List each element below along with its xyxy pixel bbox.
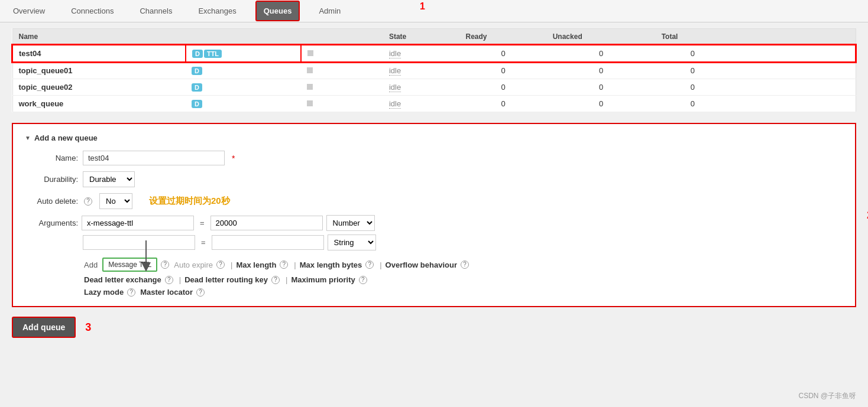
arg2-val-input[interactable] [212, 235, 324, 250]
arg1-eq: = [197, 219, 207, 227]
auto-expire-help-icon[interactable]: ? [216, 261, 225, 269]
cell-state: idle [383, 79, 460, 96]
col-badges [186, 29, 301, 45]
quick-add-row1: Add Message TTL ? Auto expire ? | Max le… [25, 258, 843, 272]
cell-extra [352, 96, 383, 112]
cell-empty [823, 62, 856, 79]
name-input[interactable] [83, 151, 225, 165]
col-name: Name [12, 29, 186, 45]
cell-ready: 0 [460, 45, 547, 62]
triangle-icon: ▼ [25, 135, 31, 141]
cell-unacked: 0 [547, 45, 656, 62]
nav-item-queues[interactable]: Queues [255, 1, 300, 21]
col-policy [352, 29, 383, 45]
cell-extra [301, 79, 352, 96]
cell-extra [352, 62, 383, 79]
master-locator-text: Master locator [140, 288, 193, 297]
cell-empty [761, 79, 792, 96]
col-extra2 [761, 29, 792, 45]
sep-pipe3: | [380, 261, 381, 269]
max-length-bytes-help-icon[interactable]: ? [365, 261, 374, 269]
add-queue-row: Add queue 3 [12, 317, 856, 338]
chinese-note: 设置过期时间为20秒 [149, 196, 230, 207]
nav-item-channels[interactable]: Channels [132, 2, 179, 20]
arg-label: Arguments: [25, 219, 78, 227]
nav-item-overview[interactable]: Overview [6, 2, 52, 20]
auto-delete-help-icon[interactable]: ? [84, 197, 92, 206]
cell-extra [301, 45, 352, 62]
max-length-bytes-text: Max length bytes [300, 261, 362, 269]
cell-empty [730, 96, 761, 112]
cell-extra [352, 45, 383, 62]
arg1-val-input[interactable] [210, 216, 323, 230]
arg2-key-input[interactable] [83, 235, 195, 250]
arg2-type-select[interactable]: Number String Boolean [328, 235, 376, 250]
auto-delete-row: Auto delete: ? No Yes 设置过期时间为20秒 [25, 193, 843, 209]
durability-label: Durability: [25, 175, 78, 184]
cell-empty [761, 45, 792, 62]
durability-select[interactable]: Durable Transient [83, 171, 135, 187]
name-row: Name: * [25, 151, 843, 165]
cell-badges: DTTL [186, 45, 301, 62]
col-state: State [383, 29, 460, 45]
dead-letter-exchange-help-icon[interactable]: ? [165, 276, 173, 284]
col-features [301, 29, 352, 45]
cell-state: idle [383, 45, 460, 62]
arguments-row1: Arguments: = Number String Boolean [25, 215, 843, 231]
add-queue-button[interactable]: Add queue [12, 317, 76, 338]
max-length-help-icon[interactable]: ? [280, 261, 288, 269]
arg1-key-input[interactable] [82, 216, 194, 230]
cell-ready: 0 [460, 96, 547, 112]
dead-letter-routing-key-help-icon[interactable]: ? [271, 276, 280, 284]
cell-empty [792, 96, 823, 112]
nav-item-connections[interactable]: Connections [64, 2, 121, 20]
arg2-eq: = [199, 238, 208, 247]
col-total: Total [656, 29, 730, 45]
cell-name: work_queue [12, 96, 186, 112]
add-label: Add [84, 261, 98, 269]
dead-letter-routing-key-text: Dead letter routing key [184, 275, 268, 284]
arg1-type-select[interactable]: Number String Boolean [326, 215, 375, 231]
name-label: Name: [25, 154, 78, 162]
table-row: topic_queue02Didle000 [12, 79, 856, 96]
nav-bar: Overview Connections Channels Exchanges … [0, 0, 868, 22]
arguments-row2: = Number String Boolean [25, 235, 843, 250]
table-row: work_queueDidle000 [12, 96, 856, 112]
cell-empty [792, 62, 823, 79]
nav-item-exchanges[interactable]: Exchanges [191, 2, 243, 20]
maximum-priority-help-icon[interactable]: ? [359, 276, 367, 284]
cell-name: topic_queue01 [12, 62, 186, 79]
overflow-behaviour-help-icon[interactable]: ? [461, 261, 469, 269]
cell-badges: D [186, 96, 301, 112]
cell-empty [823, 45, 856, 62]
auto-delete-label: Auto delete: [25, 197, 78, 206]
cell-extra [301, 96, 352, 112]
cell-badges: D [186, 62, 301, 79]
cell-unacked: 0 [547, 79, 656, 96]
sep-pipe4: | [179, 275, 181, 284]
cell-total: 0 [656, 79, 730, 96]
quick-add-row2: Dead letter exchange ? | Dead letter rou… [25, 275, 843, 284]
section-title: ▼ Add a new queue [25, 134, 843, 142]
cell-empty [761, 62, 792, 79]
cell-state: idle [383, 96, 460, 112]
nav-item-admin[interactable]: Admin [312, 2, 348, 20]
sep1: Auto expire [174, 261, 213, 269]
overflow-behaviour-text: Overflow behaviour [386, 261, 457, 269]
cell-extra [301, 62, 352, 79]
btn-message-ttl[interactable]: Message TTL [102, 258, 157, 272]
cell-unacked: 0 [547, 96, 656, 112]
cell-total: 0 [656, 96, 730, 112]
cell-empty [761, 96, 792, 112]
max-length-text: Max length [236, 261, 276, 269]
master-locator-help-icon[interactable]: ? [196, 288, 205, 297]
auto-delete-select[interactable]: No Yes [99, 193, 132, 209]
col-unacked: Unacked [547, 29, 656, 45]
message-ttl-help-icon[interactable]: ? [161, 261, 169, 269]
cell-unacked: 0 [547, 62, 656, 79]
annotation-1: 1 [420, 1, 425, 12]
cell-empty [730, 79, 761, 96]
lazy-mode-help-icon[interactable]: ? [127, 288, 135, 297]
quick-add-row3: Lazy mode ? Master locator ? [25, 288, 843, 297]
col-ready: Ready [460, 29, 547, 45]
